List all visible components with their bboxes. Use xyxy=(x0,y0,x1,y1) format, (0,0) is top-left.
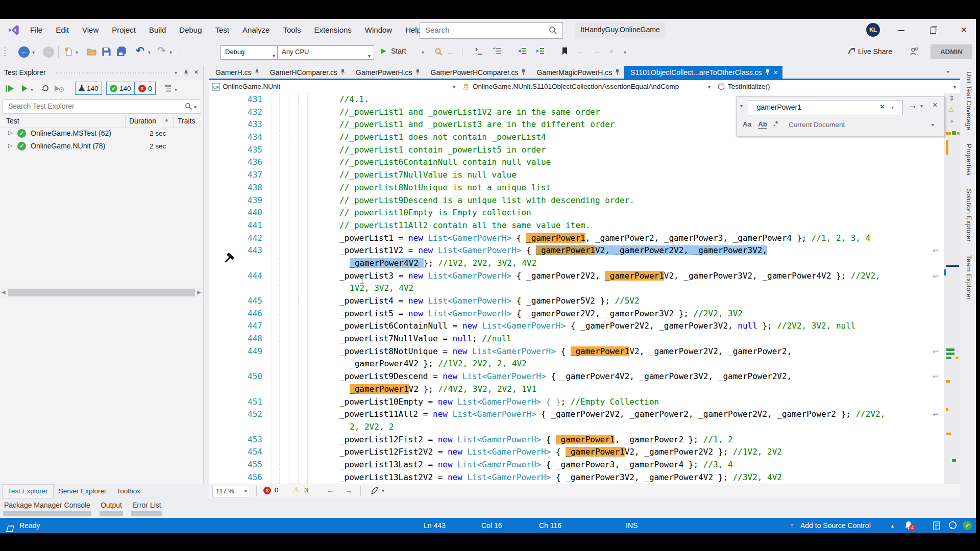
find-input-box[interactable]: × ▾ xyxy=(748,100,903,115)
start-dropdown-icon[interactable]: ▾ xyxy=(422,49,424,55)
tab-GamerPowerHComparer.cs[interactable]: GamerPowerHComparer.cs xyxy=(425,66,531,79)
code-row[interactable]: 453_powerList12Fist2 = new List<GamerPow… xyxy=(209,434,944,446)
clear-search-icon[interactable]: × xyxy=(880,102,885,111)
code-row[interactable]: 442_powerList1 = new List<GamerPowerH> {… xyxy=(209,232,944,245)
undo-icon[interactable]: ↶ xyxy=(136,44,144,57)
side-tab-team-explorer[interactable]: Team Explorer xyxy=(965,252,973,304)
breadcrumb-type[interactable]: OnlineGame.NUnit.S1101ObjectCollectionAs… xyxy=(459,80,715,93)
code-row[interactable]: 445_powerList4 = new List<GamerPowerH> {… xyxy=(209,295,944,308)
menu-view[interactable]: View xyxy=(76,19,105,41)
pin-icon[interactable] xyxy=(765,69,770,77)
code-row[interactable]: 441//_powerList11All2 contain all the sa… xyxy=(209,219,944,232)
match-word-icon[interactable]: Ab xyxy=(758,120,767,129)
chevron-down-icon[interactable]: ▾ xyxy=(953,84,956,90)
code-row[interactable]: 439//_powerList9Descend is a unique list… xyxy=(209,194,944,207)
menu-build[interactable]: Build xyxy=(142,19,173,41)
menu-test[interactable]: Test xyxy=(209,19,236,41)
warning-count[interactable]: 3 xyxy=(304,486,308,494)
titlebar-search-box[interactable] xyxy=(420,22,563,39)
panel-position-dropdown-icon[interactable]: ▾ xyxy=(175,70,177,76)
code-row[interactable]: 444_powerList3 = new List<GamerPowerH> {… xyxy=(209,270,944,283)
column-duration[interactable]: Duration xyxy=(129,117,156,125)
test-explorer-search-input[interactable] xyxy=(7,102,173,111)
publish-icon[interactable] xyxy=(933,521,940,531)
code-row[interactable]: 448_powerList7NullValue = null; //null xyxy=(209,333,944,345)
find-expand-icon[interactable]: ▾ xyxy=(740,103,743,109)
tab-S1101ObjectCollect...areToOtherClass.cs[interactable]: S1101ObjectCollect...areToOtherClass.cs× xyxy=(624,66,782,79)
find-scope-dropdown-icon[interactable]: ▾ xyxy=(932,122,934,128)
run-tests-icon[interactable] xyxy=(21,85,28,94)
clear-bookmarks-icon[interactable]: × xyxy=(609,47,614,56)
chevron-down-icon[interactable]: ▾ xyxy=(708,84,710,90)
group-by-icon[interactable] xyxy=(164,85,172,94)
find-next-icon[interactable]: → xyxy=(908,100,917,111)
pin-icon[interactable] xyxy=(184,69,188,79)
error-icon[interactable]: × xyxy=(263,487,271,494)
error-count[interactable]: 0 xyxy=(275,486,279,494)
menu-extensions[interactable]: Extensions xyxy=(307,19,358,41)
side-tab-properties[interactable]: Properties xyxy=(965,140,973,179)
solution-platform-select[interactable]: Any CPU ▾ xyxy=(277,45,374,60)
code-row[interactable]: 455_powerList13Last2 = new List<GamerPow… xyxy=(209,459,944,471)
scrollbar-thumb[interactable] xyxy=(8,289,195,296)
admin-badge[interactable]: ADMIN xyxy=(930,44,972,59)
tab-GamerH.cs[interactable]: GamerH.cs xyxy=(209,66,264,79)
feedback-icon[interactable] xyxy=(910,47,918,58)
bookmark-icon[interactable] xyxy=(561,47,568,57)
notifications-bell-icon[interactable]: 4 xyxy=(904,521,913,531)
breadcrumb-project[interactable]: C# OnlineGame.NUnit ▾ xyxy=(209,80,460,93)
code-row[interactable]: 451_powerList10Empty = new List<GamerPow… xyxy=(209,396,944,409)
undo-dropdown-icon[interactable]: ▾ xyxy=(148,49,151,55)
column-test[interactable]: Test xyxy=(6,117,19,125)
find-input[interactable] xyxy=(752,103,871,112)
feedback-smiley-icon[interactable] xyxy=(948,521,957,531)
pin-icon[interactable] xyxy=(340,69,345,77)
find-in-files-icon[interactable] xyxy=(434,47,443,58)
status-character[interactable]: Ch 116 xyxy=(539,518,561,533)
indent-icon[interactable] xyxy=(536,47,545,57)
bottom-tab-package-manager-console[interactable]: Package Manager Console xyxy=(3,500,91,516)
code-row[interactable]: 454_powerList12Fist2V2 = new List<GamerP… xyxy=(209,446,944,459)
restore-button[interactable] xyxy=(921,19,945,41)
redo-dropdown-icon[interactable]: ▾ xyxy=(169,49,172,55)
live-share-button[interactable]: Live Share xyxy=(858,47,892,56)
scroll-right-icon[interactable]: ▶ xyxy=(197,289,201,295)
code-row[interactable]: 456_powerList13Last2V2 = new List<GamerP… xyxy=(209,471,944,484)
live-share-icon[interactable] xyxy=(847,47,855,57)
menu-edit[interactable]: Edit xyxy=(49,19,76,41)
code-row[interactable]: 436//_powerList6ContainNull contain null… xyxy=(209,156,944,169)
code-row[interactable]: 449_powerList8NotUnique = new List<Gamer… xyxy=(209,345,944,358)
prev-bookmark-icon[interactable]: ← xyxy=(577,47,584,55)
test-row[interactable]: ▷✓OnlineGame.MSTest (62)2 sec xyxy=(0,128,203,140)
search-history-dropdown-icon[interactable]: ▾ xyxy=(891,105,894,110)
code-row[interactable]: 452_powerList11All2 = new List<GamerPowe… xyxy=(209,408,944,421)
tab-GamerHComparer.cs[interactable]: GamerHComparer.cs xyxy=(264,66,350,79)
unindent-icon[interactable] xyxy=(518,47,526,57)
checklist-icon[interactable] xyxy=(493,47,501,57)
test-row[interactable]: ▷✓OnlineGame.NUnit (78)2 sec xyxy=(0,140,203,153)
zoom-select[interactable]: 117 % ▾ xyxy=(212,486,250,497)
panel-tab-toolbox[interactable]: Toolbox xyxy=(112,485,146,498)
quill-dropdown-icon[interactable]: ▾ xyxy=(382,488,384,493)
column-traits[interactable]: Traits xyxy=(178,117,195,125)
code-row[interactable]: 435//_powerList1 contain _powerList5 in … xyxy=(209,144,944,157)
run-dropdown-icon[interactable]: ▾ xyxy=(31,87,33,92)
toolbar-grip[interactable] xyxy=(4,47,6,57)
status-line[interactable]: Ln 443 xyxy=(424,518,446,533)
menu-project[interactable]: Project xyxy=(105,19,142,41)
search-icon[interactable] xyxy=(549,26,557,37)
navigate-back-dropdown-icon[interactable]: ▾ xyxy=(32,49,35,55)
panel-header[interactable]: Test Explorer ▾ × xyxy=(0,66,203,80)
status-insert-mode[interactable]: INS xyxy=(626,518,638,533)
passed-tests-chip[interactable]: ✓ 140 xyxy=(106,82,135,95)
code-row[interactable]: 1V2, 3V2, 4V2 xyxy=(209,282,944,295)
panel-tab-test-explorer[interactable]: Test Explorer xyxy=(2,484,54,498)
start-debug-icon[interactable]: ▶ xyxy=(381,46,386,55)
total-tests-chip[interactable]: 140 xyxy=(75,82,102,95)
open-folder-icon[interactable] xyxy=(87,47,96,58)
solution-configuration-select[interactable]: Debug ▾ xyxy=(220,45,279,60)
bottom-tab-error-list[interactable]: Error List xyxy=(131,500,162,516)
next-bookmark-icon[interactable]: → xyxy=(593,47,600,55)
menu-tools[interactable]: Tools xyxy=(276,19,307,41)
collapse-up-icon[interactable]: ▲ xyxy=(949,118,954,123)
